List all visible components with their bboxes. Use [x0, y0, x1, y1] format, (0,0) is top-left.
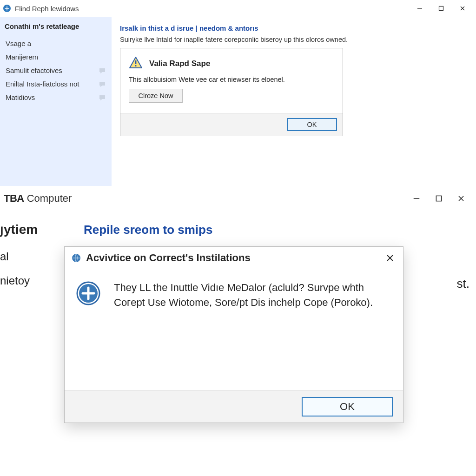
content-heading: Repile sreom to smips	[84, 223, 468, 237]
window2-controls	[405, 191, 472, 206]
close-now-button[interactable]: Clroze Now	[129, 89, 183, 103]
chat-icon	[99, 80, 106, 88]
svg-rect-1	[439, 7, 443, 11]
dialog-body-text: They LL the Inuttle Vidıe MeDalor (aclul…	[114, 280, 374, 381]
maximize-button[interactable]	[428, 191, 450, 206]
dialog-titlebar[interactable]: Acvivtice on Correct's Instilations	[65, 247, 403, 269]
message-box: Valia Rapd Sape This allcbuisiom Wete ve…	[120, 48, 343, 136]
sidebar-item-3[interactable]: Eniltal Irsta-fiatcloss not	[5, 77, 107, 91]
sidebar-title: Conathi m's retatleage	[5, 22, 107, 30]
chat-icon	[99, 94, 106, 101]
dialog-ok-button[interactable]: OK	[302, 397, 393, 416]
window1-controls	[409, 1, 473, 15]
window2-titlebar[interactable]: TBA Computer	[0, 188, 476, 209]
page-heading: Irsalk in thist a d isrue | needom & ant…	[120, 24, 462, 32]
chat-icon	[99, 67, 106, 74]
page-subtext: Suiryke llve lntald for inaplle fatere c…	[120, 36, 462, 43]
close-button[interactable]	[452, 1, 473, 15]
dialog-close-button[interactable]	[383, 251, 397, 264]
sidebar-item-label: Matidiovs	[6, 93, 35, 101]
category-item-1[interactable]: nietoy	[0, 269, 67, 293]
svg-rect-2	[135, 60, 137, 64]
maximize-button[interactable]	[430, 1, 452, 15]
window1-sidebar: Conathi m's retatleage Vsage a Manijerem…	[0, 17, 112, 186]
minimize-button[interactable]	[409, 1, 430, 15]
window1-title: Flind Reph lewidows	[15, 5, 79, 13]
sidebar-item-0[interactable]: Vsage a	[5, 37, 107, 50]
settings-window: Flind Reph lewidows Conathi m's retatlea…	[0, 0, 476, 186]
dialog-title: Acvivtice on Correct's Instilations	[86, 252, 251, 264]
category-item-0[interactable]: al	[0, 245, 67, 269]
message-body: This allcbuisiom Wete vee car et niewser…	[129, 76, 334, 83]
activation-dialog: Acvivtice on Correct's Instilations They…	[64, 246, 403, 423]
svg-rect-4	[436, 196, 441, 201]
app-icon	[3, 4, 11, 13]
ok-button[interactable]: OK	[287, 118, 337, 131]
message-title: Valia Rapd Sape	[149, 59, 210, 68]
window1-titlebar[interactable]: Flind Reph lewidows	[0, 0, 476, 17]
globe-icon	[71, 253, 81, 263]
category-title: ȷytiem	[0, 222, 67, 237]
sidebar-item-label: Manijerem	[6, 53, 38, 61]
sidebar-item-2[interactable]: Samulit efactoives	[5, 64, 107, 77]
window2-title-prefix: TBA	[4, 192, 24, 205]
window1-main: Irsalk in thist a d isrue | needom & ant…	[112, 17, 476, 186]
sidebar-item-1[interactable]: Manijerem	[5, 50, 107, 64]
content-text-fragment: st.	[457, 277, 469, 291]
sidebar-item-4[interactable]: Matidiovs	[5, 91, 107, 104]
plus-circle-icon	[75, 280, 102, 381]
close-button[interactable]	[450, 191, 472, 206]
sidebar-item-label: Eniltal Irsta-fiatcloss not	[6, 80, 79, 88]
window2-title-rest: Computer	[27, 192, 72, 205]
sidebar-item-label: Vsage a	[6, 40, 31, 47]
svg-rect-3	[135, 65, 137, 66]
dialog-footer: OK	[65, 390, 403, 423]
warning-icon	[129, 56, 143, 71]
sidebar-item-label: Samulit efactoives	[6, 66, 62, 74]
window2-sidebar: ȷytiem al nietoy	[0, 209, 70, 476]
minimize-button[interactable]	[405, 191, 428, 206]
